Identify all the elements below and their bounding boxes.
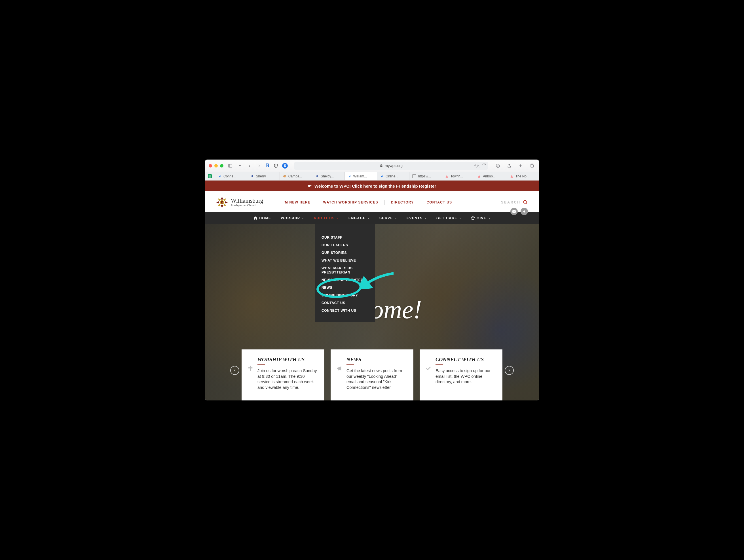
tab-label: Townh... [451, 174, 463, 178]
search-icon [523, 200, 528, 205]
browser-tab[interactable]: https://... [409, 172, 442, 180]
titlebar: R S mywpc.org ᴬ文 [205, 160, 539, 172]
dropdown-item[interactable]: OUR STAFF [322, 234, 369, 241]
nav-label: HOME [259, 216, 271, 220]
browser-tab[interactable]: ◬The No... [507, 172, 539, 180]
tab-label: https://... [418, 174, 431, 178]
main-nav-item[interactable]: ENGAGE [348, 216, 370, 220]
logo-subtitle: Presbyterian Church [231, 204, 263, 207]
share-icon[interactable] [506, 162, 513, 169]
extension-r-icon[interactable]: R [266, 163, 270, 169]
utility-nav: I'M NEW HEREWATCH WORSHIP SERVICESDIRECT… [276, 200, 458, 205]
nav-label: GIVE [477, 216, 487, 220]
dropdown-item[interactable]: CONNECT WITH US [322, 307, 369, 315]
dropdown-item[interactable]: OUR LEADERS [322, 241, 369, 249]
feature-card[interactable]: WORSHIP WITH USJoin us for worship each … [241, 350, 324, 400]
annotation-arrow-icon [360, 272, 394, 289]
dropdown-item[interactable]: WHAT WE BELIEVE [322, 257, 369, 265]
chevron-down-icon [302, 217, 304, 219]
svg-text:✳: ✳ [221, 201, 223, 203]
card-title: CONNECT WITH US [436, 357, 495, 365]
dropdown-item[interactable]: OUR STORIES [322, 249, 369, 257]
maximize-window-button[interactable] [220, 164, 223, 167]
svg-rect-0 [228, 164, 232, 167]
hero-section: OUR STAFFOUR LEADERSOUR STORIESWHAT WE B… [205, 224, 539, 400]
tab-label: Campa... [288, 174, 302, 178]
tab-label: Online... [385, 174, 398, 178]
address-bar[interactable]: mywpc.org ᴬ文 [294, 162, 488, 170]
extension-s-icon[interactable]: S [282, 163, 288, 169]
tab-label: William... [353, 174, 367, 178]
nav-label: SERVE [379, 216, 393, 220]
sidebar-toggle-icon[interactable] [227, 162, 234, 169]
window-controls [209, 164, 223, 167]
card-title: NEWS [346, 357, 406, 365]
translate-icon[interactable]: ᴬ文 [474, 163, 480, 168]
browser-tab[interactable]: ◬Airbnb... [474, 172, 507, 180]
carousel-next-button[interactable] [505, 366, 514, 375]
announcement-banner[interactable]: ☛ Welcome to WPC! Click here to sign the… [205, 181, 539, 191]
privacy-shield-icon[interactable] [272, 162, 279, 169]
reload-icon[interactable] [482, 163, 486, 167]
banner-text: Welcome to WPC! Click here to sign the F… [314, 184, 436, 189]
chevron-down-icon [459, 217, 461, 219]
card-body: Get the latest news posts from our weekl… [346, 368, 406, 390]
gift-icon [471, 216, 475, 221]
forward-button[interactable] [256, 162, 263, 169]
dropdown-item[interactable]: CONTACT US [322, 299, 369, 307]
chevron-down-icon [424, 217, 427, 219]
logo-title: Williamsburg [231, 198, 263, 204]
carousel-prev-button[interactable] [230, 366, 239, 375]
search[interactable]: SEARCH [501, 200, 528, 205]
url-text: mywpc.org [385, 163, 403, 168]
utility-nav-item[interactable]: DIRECTORY [384, 200, 420, 205]
facebook-icon[interactable] [521, 208, 528, 215]
check-icon [425, 365, 432, 371]
nav-label: ABOUT US [313, 216, 335, 220]
card-body: Easy access to sign up for our email lis… [436, 368, 495, 385]
tab-overview-icon[interactable] [528, 162, 535, 169]
chevron-down-icon [337, 217, 339, 219]
new-tab-icon[interactable] [517, 162, 524, 169]
youtube-icon[interactable] [510, 208, 518, 215]
svg-rect-7 [531, 165, 533, 167]
browser-tab[interactable]: ◬Townh... [442, 172, 474, 180]
tab-group-dropdown[interactable] [236, 162, 243, 169]
logo-icon: ✳ [216, 196, 228, 208]
nav-label: EVENTS [407, 216, 423, 220]
site-header: ✳ Williamsburg Presbyterian Church I'M N… [205, 191, 539, 212]
main-nav-item[interactable]: ABOUT US [313, 216, 339, 220]
browser-tab[interactable]: XSherry... [247, 172, 280, 180]
pointing-hand-icon: ☛ [308, 183, 311, 189]
browser-tab[interactable]: ℯOnline... [377, 172, 409, 180]
megaphone-icon [336, 365, 342, 371]
home-icon [254, 216, 257, 221]
site-logo[interactable]: ✳ Williamsburg Presbyterian Church [216, 196, 263, 208]
tab-label: Sherry... [256, 174, 268, 178]
minimize-window-button[interactable] [214, 164, 218, 167]
tab-label: The No... [516, 174, 529, 178]
main-nav-item[interactable]: WORSHIP [281, 216, 304, 220]
main-nav-item[interactable]: GIVE [471, 216, 490, 221]
utility-nav-item[interactable]: CONTACT US [420, 200, 458, 205]
tab-label: Shelby... [321, 174, 334, 178]
downloads-icon[interactable] [494, 162, 501, 169]
social-links [510, 208, 528, 215]
tab-label: Airbnb... [483, 174, 496, 178]
card-body: Join us for worship each Sunday at 9:30 … [257, 368, 317, 390]
feature-card[interactable]: NEWSGet the latest news posts from our w… [331, 350, 413, 400]
utility-nav-item[interactable]: WATCH WORSHIP SERVICES [317, 200, 384, 205]
browser-tab[interactable]: XShelby... [312, 172, 344, 180]
main-nav-item[interactable]: GET CARE [436, 216, 461, 220]
browser-tab[interactable]: 🐵Campa... [280, 172, 312, 180]
utility-nav-item[interactable]: I'M NEW HERE [276, 200, 317, 205]
browser-tab[interactable]: ℯConne... [215, 172, 247, 180]
main-nav-item[interactable]: HOME [254, 216, 271, 221]
main-nav-item[interactable]: SERVE [379, 216, 397, 220]
close-window-button[interactable] [209, 164, 212, 167]
browser-tab[interactable]: ▤ [205, 172, 215, 180]
browser-tab[interactable]: ℯWilliam... [345, 172, 377, 180]
main-nav-item[interactable]: EVENTS [407, 216, 427, 220]
back-button[interactable] [246, 162, 253, 169]
feature-card[interactable]: CONNECT WITH USEasy access to sign up fo… [420, 350, 503, 400]
